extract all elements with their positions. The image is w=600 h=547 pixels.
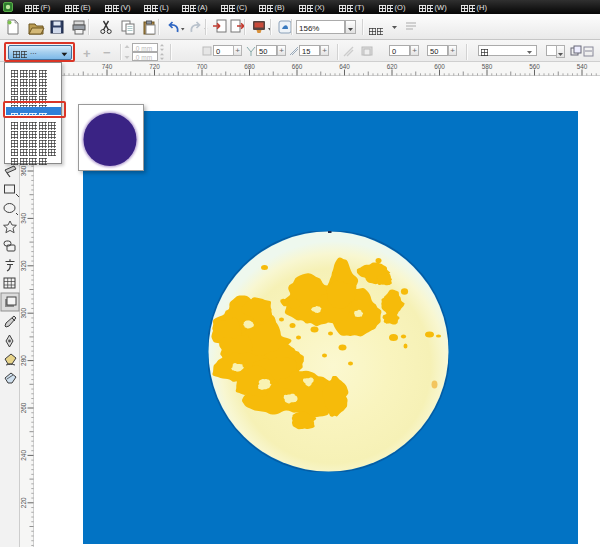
svg-text:320: 320: [20, 260, 27, 271]
svg-text:660: 660: [292, 63, 303, 70]
svg-text:560: 560: [529, 63, 540, 70]
svg-text:300: 300: [20, 307, 27, 318]
svg-text:680: 680: [244, 63, 255, 70]
svg-text:620: 620: [387, 63, 398, 70]
svg-text:540: 540: [577, 63, 588, 70]
svg-text:260: 260: [20, 402, 27, 413]
svg-text:280: 280: [20, 355, 27, 366]
svg-text:360: 360: [20, 165, 27, 176]
svg-text:340: 340: [20, 213, 27, 224]
svg-text:740: 740: [102, 63, 113, 70]
svg-text:600: 600: [434, 63, 445, 70]
svg-text:220: 220: [20, 497, 27, 508]
svg-text:580: 580: [482, 63, 493, 70]
svg-text:240: 240: [20, 450, 27, 461]
svg-text:700: 700: [197, 63, 208, 70]
svg-text:640: 640: [339, 63, 350, 70]
svg-text:720: 720: [149, 63, 160, 70]
